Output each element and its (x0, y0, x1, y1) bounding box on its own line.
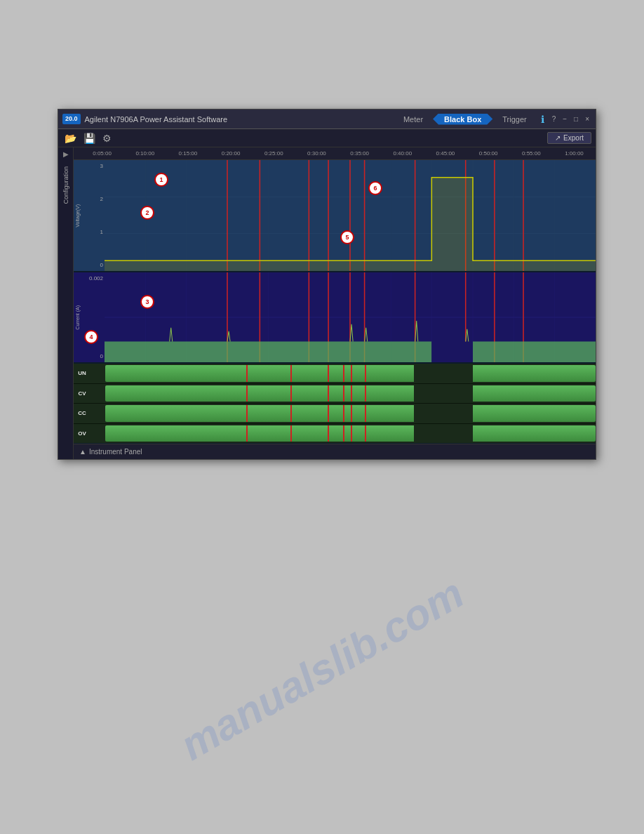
status-bar-cc: CC (74, 404, 596, 424)
timeline-label-5: 0:25:00 (253, 150, 295, 157)
current-svg (105, 272, 596, 362)
instrument-panel-arrow-icon: ▲ (79, 448, 86, 456)
toolbar: 📂 💾 ⚙ ↗ Export (58, 129, 596, 147)
timeline-label-11: 0:55:00 (510, 150, 553, 157)
version-badge: 20.0 (62, 114, 81, 124)
timeline-label-1: 0:05:00 (81, 150, 123, 157)
sidebar: ▶ Configuration (58, 147, 74, 459)
svg-rect-49 (105, 341, 431, 362)
settings-icon[interactable]: ⚙ (100, 132, 114, 145)
tab-trigger[interactable]: Trigger (495, 114, 533, 125)
callout-4: 4 (84, 330, 98, 344)
export-button[interactable]: ↗ Export (547, 132, 591, 144)
open-icon[interactable]: 📂 (62, 132, 79, 145)
callout-6: 6 (368, 181, 382, 195)
save-icon[interactable]: 💾 (81, 132, 98, 145)
current-chart: 0.002 0 Current (A) (74, 272, 596, 364)
instrument-panel-label: Instrument Panel (89, 448, 142, 456)
maximize-button[interactable]: □ (572, 115, 580, 123)
app-title: Agilent N7906A Power Assistant Software (85, 115, 396, 124)
timeline-label-2: 0:10:00 (123, 150, 166, 157)
minimize-button[interactable]: − (561, 115, 569, 123)
callout-3: 3 (140, 295, 154, 309)
voltage-svg (105, 160, 596, 271)
timeline-label-3: 0:15:00 (166, 150, 209, 157)
timeline-labels: 0:05:00 0:10:00 0:15:00 0:20:00 0:25:00 … (74, 150, 596, 157)
main-content: ▶ Configuration 0:05:00 0:10:00 0:15:00 … (58, 147, 596, 459)
status-label-ov: OV (75, 430, 89, 437)
tab-blackbox[interactable]: Black Box (433, 114, 492, 125)
voltage-chart: 3 2 1 0 Voltage(V) (74, 160, 596, 272)
svg-rect-51 (473, 341, 596, 362)
export-arrow-icon: ↗ (555, 134, 561, 142)
timeline-label-9: 0:45:00 (424, 150, 467, 157)
callout-2: 2 (140, 206, 154, 220)
status-bar-cv: CV (74, 384, 596, 404)
timeline-label-6: 0:30:00 (295, 150, 338, 157)
status-label-cv: CV (75, 390, 89, 397)
tab-meter[interactable]: Meter (396, 114, 430, 125)
svg-rect-50 (431, 341, 473, 362)
title-bar: 20.0 Agilent N7906A Power Assistant Soft… (58, 110, 596, 129)
status-bar-un: UN (74, 364, 596, 384)
status-bars: UN CV (74, 364, 596, 444)
nav-tabs: Meter Black Box Trigger (396, 114, 534, 125)
timeline-label-8: 0:40:00 (381, 150, 424, 157)
timeline-label-12: 1:00:00 (553, 150, 596, 157)
sidebar-label: Configuration (62, 166, 69, 204)
charts-area: 0:05:00 0:10:00 0:15:00 0:20:00 0:25:00 … (74, 147, 596, 459)
sidebar-arrow[interactable]: ▶ (63, 150, 69, 158)
timeline-label-4: 0:20:00 (210, 150, 253, 157)
instrument-panel[interactable]: ▲ Instrument Panel (74, 444, 596, 459)
status-label-cc: CC (75, 410, 89, 416)
window-controls: ? − □ × (550, 115, 591, 123)
app-window: 20.0 Agilent N7906A Power Assistant Soft… (58, 109, 596, 460)
timeline-label-7: 0:35:00 (338, 150, 381, 157)
voltage-y-title: Voltage(V) (75, 204, 80, 227)
toolbar-icons: 📂 💾 ⚙ (62, 132, 547, 145)
status-label-un: UN (75, 370, 89, 376)
timeline-label-10: 0:50:00 (467, 150, 510, 157)
timeline: 0:05:00 0:10:00 0:15:00 0:20:00 0:25:00 … (74, 147, 596, 160)
callout-5: 5 (340, 230, 354, 244)
info-icon[interactable]: ℹ (541, 114, 544, 125)
close-button[interactable]: × (583, 115, 591, 123)
status-bar-ov: OV (74, 424, 596, 444)
callout-1: 1 (154, 173, 168, 187)
help-button[interactable]: ? (550, 115, 558, 123)
current-y-title: Current (A) (75, 305, 80, 330)
